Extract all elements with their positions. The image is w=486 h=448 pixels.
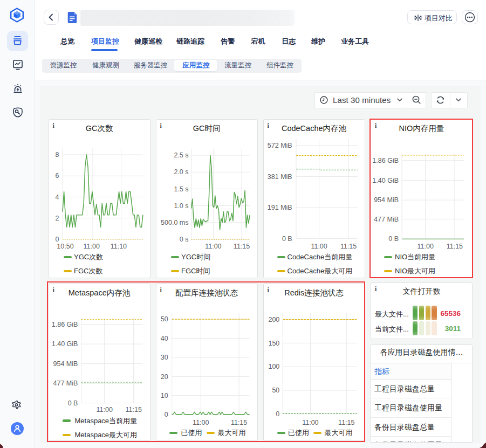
svg-text:8: 8 bbox=[55, 151, 59, 158]
svg-text:11:10: 11:10 bbox=[110, 243, 126, 250]
svg-text:11:15: 11:15 bbox=[233, 243, 249, 250]
svg-text:11:00: 11:00 bbox=[311, 243, 327, 250]
svg-text:2: 2 bbox=[55, 215, 59, 222]
svg-text:11:15: 11:15 bbox=[340, 243, 356, 250]
svg-text:2.5 s: 2.5 s bbox=[174, 151, 188, 159]
svg-text:11:00: 11:00 bbox=[205, 243, 221, 250]
svg-text:572 MiB: 572 MiB bbox=[267, 142, 292, 149]
svg-text:4: 4 bbox=[55, 194, 59, 201]
svg-text:381 MiB: 381 MiB bbox=[267, 173, 292, 181]
svg-text:10:50: 10:50 bbox=[57, 243, 73, 250]
svg-text:11:00: 11:00 bbox=[83, 243, 99, 250]
svg-text:6: 6 bbox=[55, 172, 59, 180]
svg-text:500.0 ms: 500.0 ms bbox=[161, 219, 188, 226]
svg-text:191 MiB: 191 MiB bbox=[267, 204, 292, 211]
svg-text:1.5 s: 1.5 s bbox=[174, 185, 188, 193]
svg-text:0 B: 0 B bbox=[282, 235, 292, 243]
svg-text:1.0 s: 1.0 s bbox=[174, 202, 188, 210]
svg-text:0 s: 0 s bbox=[179, 236, 188, 243]
svg-text:2.0 s: 2.0 s bbox=[174, 168, 188, 176]
